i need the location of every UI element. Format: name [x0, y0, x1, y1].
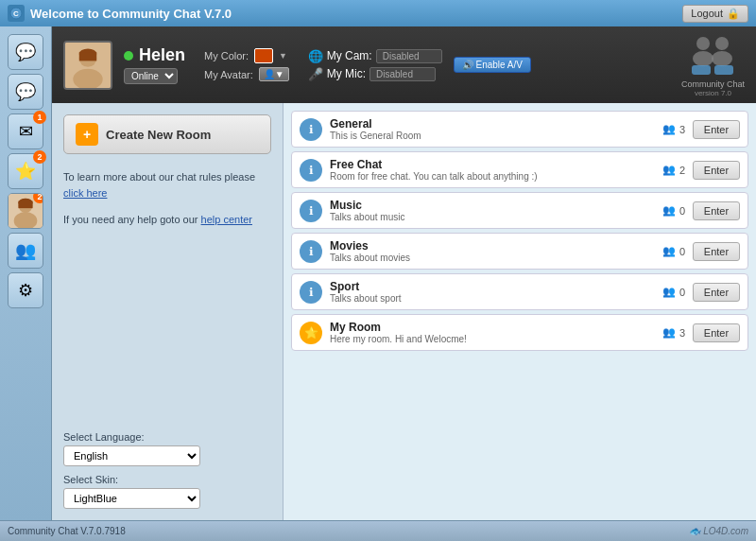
users-icon: 👥 — [15, 240, 36, 261]
users-count-icon: 👥 — [662, 326, 676, 339]
cam-value: Disabled — [376, 49, 442, 63]
logout-button[interactable]: Logout 🔒 — [682, 5, 748, 23]
logout-label: Logout — [691, 8, 723, 19]
my-avatar-label: My Avatar: — [204, 69, 253, 80]
enable-av-container: 🔊 Enable A/V — [454, 57, 531, 73]
enable-av-button[interactable]: 🔊 Enable A/V — [454, 57, 531, 73]
sidebar-icon-star[interactable]: ⭐ 2 — [8, 153, 43, 189]
room-type-icon: ⭐ — [300, 322, 322, 344]
cam-icon: 🌐 — [308, 49, 323, 63]
room-description: Room for free chat. You can talk about a… — [330, 171, 644, 182]
room-type-icon: ℹ — [300, 200, 322, 222]
room-name: My Room — [330, 321, 644, 334]
spacer — [63, 239, 271, 425]
room-count: 👥 2 — [651, 164, 685, 176]
user-controls: My Color: ▼ My Avatar: 👤▼ — [204, 48, 289, 81]
room-count: 👥 3 — [651, 123, 685, 135]
room-type-icon: ℹ — [300, 118, 322, 141]
sidebar-icon-users[interactable]: 👥 — [8, 233, 43, 269]
right-panel: ℹGeneralThis is General Room👥 3EnterℹFre… — [284, 103, 756, 520]
mic-icon: 🎤 — [308, 67, 323, 81]
svg-point-12 — [696, 37, 710, 50]
avatar-badge: 2 — [33, 193, 43, 203]
message-icon: ✉ — [19, 121, 33, 142]
room-description: Here my room. Hi and Welocme! — [330, 334, 644, 344]
users-count-icon: 👥 — [662, 286, 676, 298]
logo-version: version 7.0 — [695, 89, 731, 97]
message-badge: 1 — [33, 111, 46, 124]
user-info: Helen Online Away Busy — [124, 45, 185, 84]
color-picker-button[interactable] — [254, 48, 273, 63]
sidebar-icon-chat[interactable]: 💬 — [8, 34, 43, 70]
room-info: Free ChatRoom for free chat. You can tal… — [330, 158, 644, 182]
users-count-icon: 👥 — [662, 245, 676, 257]
av-controls: 🌐 My Cam: Disabled 🎤 My Mic: Disabled — [308, 49, 442, 81]
settings-icon: ⚙ — [18, 280, 33, 301]
room-info: MoviesTalks about movies — [330, 239, 644, 263]
create-room-button[interactable]: + Create New Room — [63, 114, 271, 154]
room-description: Talks about movies — [330, 253, 644, 263]
enter-room-button[interactable]: Enter — [693, 161, 740, 180]
room-count: 👥 0 — [651, 286, 685, 298]
room-description: This is General Room — [330, 131, 644, 141]
avatar-picker-icon: 👤▼ — [264, 69, 284, 79]
room-info: SportTalks about sport — [330, 280, 644, 304]
sidebar-avatar[interactable]: 2 — [8, 193, 43, 229]
user-bar: Helen Online Away Busy My Color: — [52, 26, 756, 103]
user-name-text: Helen — [139, 45, 185, 65]
avatar-picker-button[interactable]: 👤▼ — [259, 67, 289, 81]
user-name-row: Helen — [124, 45, 185, 65]
sidebar-icon-chat2[interactable]: 💬 — [8, 74, 43, 110]
language-select[interactable]: English Spanish French German — [63, 445, 200, 466]
sidebar-icon-settings[interactable]: ⚙ — [8, 272, 43, 308]
logout-icon: 🔒 — [727, 8, 740, 20]
info-text-1: To learn more about our chat rules pleas… — [63, 169, 271, 201]
color-arrow[interactable]: ▼ — [279, 51, 287, 61]
svg-point-15 — [712, 51, 732, 66]
enter-room-button[interactable]: Enter — [693, 201, 740, 220]
svg-text:+: + — [83, 127, 91, 142]
mic-row: 🎤 My Mic: Disabled — [308, 67, 442, 81]
status-dot — [124, 51, 133, 61]
help-center-link[interactable]: help center — [201, 214, 252, 225]
room-name: Movies — [330, 239, 644, 253]
room-info: MusicTalks about music — [330, 199, 644, 222]
app-icon: C — [8, 5, 25, 22]
status-select[interactable]: Online Away Busy — [124, 68, 178, 84]
room-description: Talks about sport — [330, 293, 644, 304]
status-bar: Community Chat V.7.0.7918 🐟 LO4D.com — [0, 520, 756, 541]
room-name: Free Chat — [330, 158, 644, 171]
create-room-icon: + — [76, 123, 98, 146]
svg-rect-16 — [692, 65, 711, 75]
mic-label: My Mic: — [327, 67, 366, 80]
users-count-icon: 👥 — [662, 164, 676, 176]
room-item: ℹGeneralThis is General Room👥 3Enter — [291, 111, 748, 148]
content-area: + Create New Room To learn more about ou… — [52, 103, 756, 520]
skin-label: Select Skin: — [63, 474, 271, 485]
room-info: GeneralThis is General Room — [330, 117, 644, 141]
color-row: My Color: ▼ — [204, 48, 289, 63]
enter-room-button[interactable]: Enter — [693, 120, 740, 139]
body-area: 💬 💬 ✉ 1 ⭐ 2 — [0, 26, 756, 520]
enter-room-button[interactable]: Enter — [693, 323, 740, 342]
sidebar-icon-message[interactable]: ✉ 1 — [8, 113, 43, 149]
chat-icon: 💬 — [15, 42, 36, 62]
right-column: Helen Online Away Busy My Color: — [52, 26, 756, 520]
enter-room-button[interactable]: Enter — [693, 242, 740, 261]
enable-av-icon: 🔊 — [462, 60, 473, 70]
room-type-icon: ℹ — [300, 240, 322, 263]
enable-av-label: Enable A/V — [475, 60, 522, 70]
enter-room-button[interactable]: Enter — [693, 283, 740, 302]
skin-select[interactable]: LightBlue Default Dark — [63, 488, 200, 509]
room-name: Sport — [330, 280, 644, 293]
room-name: Music — [330, 199, 644, 212]
cam-label: My Cam: — [327, 49, 372, 62]
click-here-link[interactable]: click here — [63, 187, 107, 199]
room-item: ℹMoviesTalks about movies👥 0Enter — [291, 233, 748, 270]
users-count-icon: 👥 — [662, 123, 676, 135]
users-count-icon: 👥 — [662, 204, 676, 217]
mic-value: Disabled — [369, 67, 436, 81]
svg-point-13 — [693, 51, 713, 66]
svg-text:C: C — [13, 9, 19, 18]
room-description: Talks about music — [330, 212, 644, 222]
